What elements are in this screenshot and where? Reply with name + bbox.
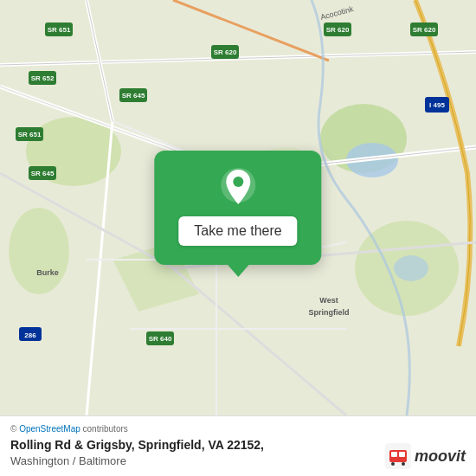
svg-point-62 bbox=[391, 462, 395, 466]
moovit-logo[interactable]: moovit bbox=[385, 443, 466, 469]
bottom-bar: © OpenStreetMap contributors Rolling Rd … bbox=[0, 415, 476, 476]
svg-text:SR 645: SR 645 bbox=[31, 170, 55, 177]
svg-text:SR 645: SR 645 bbox=[122, 92, 145, 100]
location-pin-overlay: Take me there bbox=[154, 151, 321, 265]
map-container: SR 651 SR 652 SR 620 SR 620 SR 620 SR 64… bbox=[0, 0, 476, 415]
svg-point-2 bbox=[9, 208, 69, 294]
take-me-there-button[interactable]: Take me there bbox=[178, 216, 297, 246]
svg-text:SR 640: SR 640 bbox=[149, 335, 172, 343]
credit-symbol: © bbox=[10, 424, 16, 434]
svg-text:SR 620: SR 620 bbox=[214, 48, 237, 56]
svg-point-63 bbox=[402, 462, 405, 466]
map-pin-icon bbox=[217, 166, 259, 208]
moovit-logo-icon bbox=[385, 443, 411, 469]
credit-link[interactable]: OpenStreetMap bbox=[19, 424, 80, 434]
svg-text:Burke: Burke bbox=[36, 268, 59, 277]
openstreetmap-credit: © OpenStreetMap contributors bbox=[10, 424, 466, 434]
svg-text:SR 651: SR 651 bbox=[48, 26, 71, 34]
moovit-text: moovit bbox=[415, 447, 466, 466]
svg-text:SR 620: SR 620 bbox=[326, 26, 350, 34]
svg-text:Springfield: Springfield bbox=[309, 308, 350, 317]
svg-rect-60 bbox=[391, 452, 397, 457]
svg-rect-61 bbox=[399, 452, 405, 457]
svg-text:286: 286 bbox=[24, 331, 36, 339]
svg-text:SR 620: SR 620 bbox=[413, 26, 436, 34]
svg-point-8 bbox=[394, 255, 428, 281]
credit-suffix: contributors bbox=[83, 424, 128, 434]
svg-text:I 495: I 495 bbox=[429, 101, 445, 109]
svg-text:SR 651: SR 651 bbox=[18, 131, 42, 138]
svg-text:West: West bbox=[319, 296, 338, 305]
popup-bubble: Take me there bbox=[154, 151, 321, 265]
svg-text:SR 652: SR 652 bbox=[31, 74, 55, 82]
svg-point-57 bbox=[233, 177, 243, 187]
